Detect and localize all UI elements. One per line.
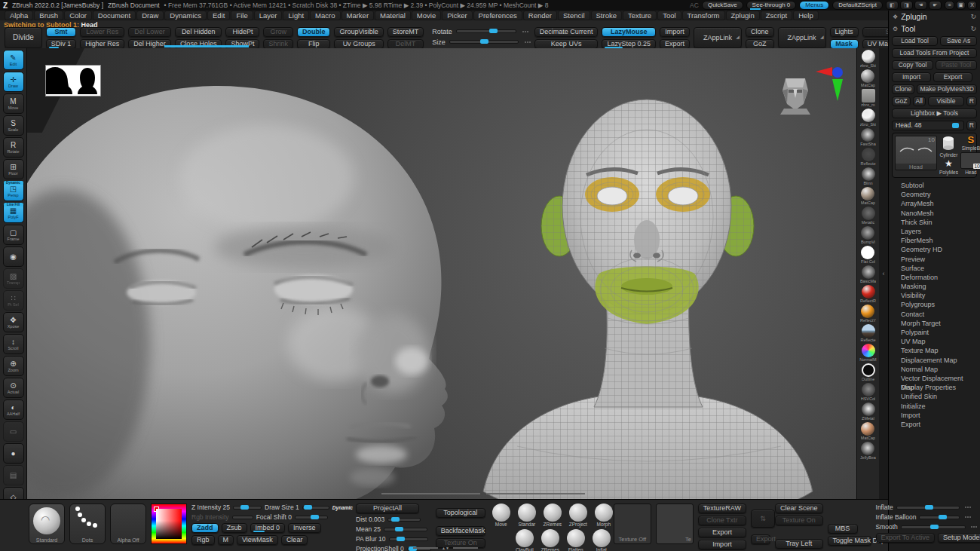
copy-tool-button[interactable]: Copy Tool	[892, 60, 933, 70]
material-swatch[interactable]: Flat Col	[861, 246, 875, 265]
brush-preset[interactable]: Morph	[593, 504, 615, 527]
simple-brush-tool[interactable]: S SimpleB 10 Head	[960, 136, 980, 175]
projectall-button[interactable]: ProjectAll	[356, 504, 419, 513]
pa-blur-slider[interactable]: PA Blur 10	[356, 535, 431, 543]
material-swatch[interactable]: zbro_Ski	[860, 109, 876, 127]
reference-silhouette-thumbnail[interactable]	[45, 65, 101, 96]
current-brush-thumbnail[interactable]: Standard	[29, 504, 65, 544]
tool-section-header[interactable]: Import	[892, 411, 977, 420]
shelf-button[interactable]: Double	[297, 27, 331, 37]
import-button[interactable]: Import	[892, 72, 931, 82]
head-tool-slider[interactable]: Head. 48	[892, 121, 964, 130]
color-picker[interactable]	[151, 504, 187, 544]
shelf-button[interactable]: Grow	[263, 27, 293, 37]
rotate-slider[interactable]: Rotate	[432, 27, 531, 35]
refresh-icon[interactable]: ↻	[970, 13, 976, 20]
material-swatch[interactable]: zbro_m	[861, 89, 874, 108]
stroke-thumbnail[interactable]: Dots	[69, 504, 106, 544]
menu-item[interactable]: Zscript	[761, 11, 793, 20]
export-disabled-button[interactable]: Export	[751, 534, 770, 544]
material-swatch[interactable]: MatCap	[861, 187, 875, 206]
cylinder-tool[interactable]: Cylinder ★ PolyMes	[939, 136, 958, 175]
tool-section-header[interactable]: Polygroups	[892, 300, 977, 309]
window-control-button[interactable]: ≡	[945, 1, 954, 10]
menu-item[interactable]: Tool	[657, 11, 681, 20]
menus-toggle[interactable]: Menus	[799, 1, 829, 10]
shelf-button[interactable]: Import	[660, 27, 690, 37]
menu-item[interactable]: Stencil	[558, 11, 590, 20]
backfacemask-button[interactable]: BackfaceMask	[436, 526, 485, 536]
material-swatch[interactable]: BasicMa	[860, 265, 876, 284]
left-shelf-button[interactable]: ◐ AAHalf	[3, 399, 24, 420]
inverse-button[interactable]: Inverse	[288, 523, 321, 533]
material-swatch[interactable]: JellyBea	[860, 442, 876, 461]
tool-section-header[interactable]: NanoMesh	[892, 209, 977, 218]
sculpt-canvas[interactable]	[27, 48, 856, 499]
imbed-slider[interactable]: Imbed 0	[250, 523, 286, 533]
zadd-button[interactable]: Zadd	[191, 523, 219, 533]
tray-left-button[interactable]: Tray Left	[775, 539, 823, 549]
shelf-button[interactable]: Lower Res	[80, 27, 124, 37]
setup-model-side-button[interactable]: Setup Model Side	[938, 533, 980, 543]
rgb-button[interactable]: Rgb	[191, 535, 215, 545]
rgb-intensity-slider[interactable]: Rgb Intensity	[191, 513, 253, 521]
goz-all-button[interactable]: All	[913, 96, 926, 106]
camera-view-head-icon[interactable]	[778, 69, 813, 116]
window-control-button[interactable]: ▣	[956, 1, 966, 10]
tool-section-header[interactable]: Displacement Map	[892, 356, 977, 365]
brush-preset[interactable]: ZProject	[567, 504, 590, 527]
brush-preset[interactable]: ClayBuil	[513, 529, 536, 551]
menu-item[interactable]: Document	[93, 11, 136, 20]
menu-item[interactable]: Brush	[34, 11, 63, 20]
tool-palette-header[interactable]: ⚙ Tool ↻	[889, 23, 980, 35]
left-shelf-button[interactable]: ✛ Draw	[3, 72, 24, 92]
mbs-button[interactable]: MBS	[828, 524, 858, 534]
canvas-scrollbar[interactable]	[381, 492, 585, 494]
load-tool-button[interactable]: Load Tool	[892, 36, 938, 46]
flip-vertical-icon-button[interactable]: ⇅	[751, 510, 775, 528]
left-shelf-button[interactable]: ✥ Xpose	[3, 312, 24, 332]
zapplink-button[interactable]: ZAppLink	[778, 27, 826, 48]
menu-item[interactable]: Draw	[136, 11, 164, 20]
menu-item[interactable]: Material	[375, 11, 411, 20]
export-to-active-button[interactable]: Export To Active	[876, 533, 935, 543]
shelf-button[interactable]: StoreMT	[387, 27, 424, 37]
menu-item[interactable]: Texture	[623, 11, 657, 20]
alpha-thumbnail[interactable]: Alpha Off	[110, 504, 146, 544]
tool-section-header[interactable]: Export	[892, 420, 977, 429]
tool-section-header[interactable]: Deformation	[892, 273, 977, 282]
lightbox-tools-button[interactable]: Lightbox ▶ Tools	[892, 109, 977, 118]
left-shelf-button[interactable]: Dynamic ◳ Persp	[3, 181, 24, 201]
focal-shift-slider[interactable]: Focal Shift 0	[256, 513, 328, 521]
window-control-button[interactable]: X	[967, 1, 977, 10]
tool-section-header[interactable]: Visibility	[892, 291, 977, 300]
texture-export-button[interactable]: Export	[698, 528, 746, 537]
menu-item[interactable]: Transform	[682, 11, 725, 20]
menu-item[interactable]: Light	[283, 11, 309, 20]
left-shelf-button[interactable]: S Scale	[3, 115, 24, 136]
left-shelf-button[interactable]: ◉	[3, 246, 24, 267]
tool-section-header[interactable]: Initialize	[892, 402, 977, 411]
material-swatch[interactable]: ZMetal	[862, 403, 875, 421]
clone-txtr-button[interactable]: Clone Txtr	[698, 516, 746, 525]
brush-preset[interactable]: Standar	[516, 504, 538, 527]
left-shelf-button[interactable]: ▨ Transp	[3, 268, 24, 289]
zplugin-palette-header[interactable]: ❖ Zplugin ↻	[889, 11, 980, 23]
dist-slider[interactable]: Dist 0.003	[356, 516, 431, 523]
goz-button[interactable]: GoZ	[892, 96, 911, 106]
tool-section-header[interactable]: Display Properties	[892, 383, 977, 392]
left-shelf-button[interactable]: ✎ Edit	[3, 50, 24, 70]
material-swatch[interactable]: MatCap	[861, 422, 875, 441]
m-button[interactable]: M	[218, 535, 234, 545]
draw-size-slider[interactable]: Draw Size 1	[265, 504, 329, 511]
tool-section-header[interactable]: Polypaint	[892, 328, 977, 337]
left-shelf-button[interactable]: ◇	[3, 487, 24, 499]
tool-section-header[interactable]: Unified Skin	[892, 392, 977, 401]
axis-orientation-gizmo[interactable]	[816, 66, 846, 104]
tool-section-header[interactable]: Normal Map	[892, 365, 977, 374]
save-as-button[interactable]: Save As	[940, 36, 977, 46]
shelf-button[interactable]: HidePt	[225, 27, 259, 37]
current-tool-thumbnail[interactable]: 10 Head	[895, 136, 937, 170]
tool-section-header[interactable]: Vector Displacement Map	[892, 374, 977, 383]
tool-section-header[interactable]: Subtool	[892, 181, 977, 190]
